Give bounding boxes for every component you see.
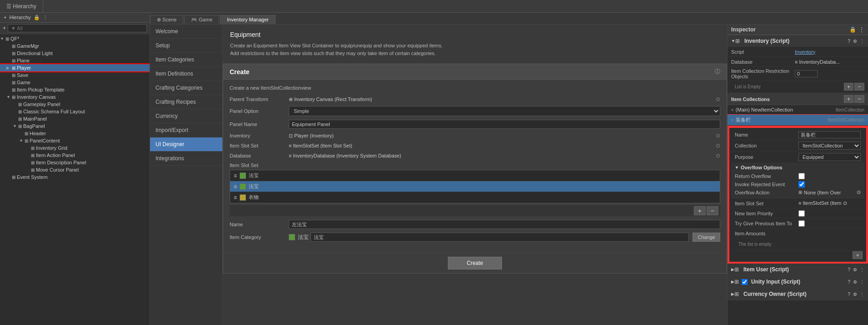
bottom-settings-1[interactable]: ⚙	[853, 279, 857, 284]
collection-item-0[interactable]: ≡(Main) NewItemCollectionItemCollection	[728, 105, 868, 115]
overflow-action-pick-icon[interactable]: ⊙	[857, 189, 861, 195]
menu-icon[interactable]: ⋮	[43, 15, 48, 20]
editor-tab-game[interactable]: 🎮 Game	[184, 15, 219, 24]
invoke-rejected-checkbox[interactable]	[798, 181, 805, 188]
tree-item-bagpanel[interactable]: ▼⊞BagPanel	[0, 122, 150, 130]
tree-item-itemaction[interactable]: ⊞Item Action Panel	[0, 152, 150, 159]
tree-item-gamemgr[interactable]: ⊞GameMgr	[0, 42, 150, 50]
left-nav-item-itemcategories[interactable]: Item Categories	[150, 53, 222, 67]
hierarchy-header: + Hierarchy 🔒 ⋮	[0, 13, 150, 23]
left-nav-item-setup[interactable]: Setup	[150, 39, 222, 53]
change-button[interactable]: Change	[692, 233, 720, 242]
tree-item-itempickup[interactable]: ⊞Item Pickup Template	[0, 86, 150, 93]
name-field-input[interactable]	[289, 220, 720, 229]
bottom-more-1[interactable]: ⋮	[860, 279, 864, 284]
hierarchy-tab[interactable]: ☰ Hierarchy	[0, 0, 43, 12]
database-icon[interactable]: ⊙	[716, 152, 720, 159]
panel-option-select[interactable]: Simple	[289, 106, 720, 116]
bottom-help-2[interactable]: ?	[848, 292, 850, 297]
item-slot-set-row: Item Slot Set ≡ ItemSlotSet (Item Slot S…	[230, 142, 720, 149]
tree-item-itemdescription[interactable]: ⊞Item Description Panel	[0, 159, 150, 166]
parent-transform-icon[interactable]: ⊙	[716, 96, 720, 102]
database-text: ≡ InventoryDatabase (Inventory System Da…	[289, 153, 401, 158]
dialog-info-icon[interactable]: ⓘ	[715, 68, 720, 76]
left-nav-item-welcome[interactable]: Welcome	[150, 25, 222, 39]
detail-name-input[interactable]	[798, 131, 861, 138]
bottom-icon-0: ⊞	[734, 266, 739, 273]
item-category-input[interactable]	[311, 233, 689, 242]
editor-tab-scene[interactable]: ⊕ Scene	[150, 15, 183, 24]
restriction-input[interactable]	[795, 70, 818, 77]
bottom-more-2[interactable]: ⋮	[860, 292, 864, 297]
left-nav-item-uidesigner[interactable]: UI Designer	[150, 137, 222, 152]
tree-item-game[interactable]: ⊞Game	[0, 79, 150, 86]
bottom-section-header-0[interactable]: ▶ ⊞ Item User (Script) ? ⚙ ⋮	[728, 264, 868, 275]
collection-remove-btn[interactable]: −	[854, 95, 864, 103]
bottom-settings-2[interactable]: ⚙	[853, 292, 857, 297]
list-remove-insp[interactable]: −	[854, 83, 864, 91]
script-help-icon[interactable]: ?	[848, 39, 850, 44]
tree-item-mainpanel[interactable]: ⊞MainPanel	[0, 115, 150, 122]
collection-item-1[interactable]: ≡装备栏ItemSlotCollection	[728, 115, 868, 126]
list-add-insp[interactable]: +	[844, 83, 854, 91]
slot-row-0[interactable]: ≡法宝	[230, 170, 720, 181]
return-overflow-checkbox[interactable]	[798, 173, 805, 179]
tree-item-movecursor[interactable]: ⊞Move Cursor Panel	[0, 166, 150, 173]
left-nav-item-integrations[interactable]: Integrations	[150, 152, 222, 166]
editor-tab-inventorymanager[interactable]: Inventory Manager	[220, 15, 276, 24]
bottom-check-1[interactable]	[742, 279, 748, 285]
left-nav-item-currency[interactable]: Currency	[150, 109, 222, 123]
bottom-section-header-2[interactable]: ▶ ⊞ Currency Owner (Script) ? ⚙ ⋮	[728, 288, 868, 300]
script-settings-icon[interactable]: ⚙	[853, 39, 857, 44]
tree-item-header[interactable]: ⊞Header	[0, 130, 150, 137]
tree-icon-bagpanel: ⊞	[18, 124, 22, 129]
bottom-help-1[interactable]: ?	[848, 279, 850, 284]
panel-name-input[interactable]	[289, 120, 720, 129]
list-remove-btn[interactable]: −	[707, 206, 718, 215]
add-insp-btn[interactable]: +	[853, 251, 863, 259]
item-slot-set-icon[interactable]: ⊙	[716, 142, 720, 149]
detail-purpose-select[interactable]: Equipped	[798, 153, 861, 161]
detail-collection-select[interactable]: ItemSlotCollection	[798, 142, 861, 150]
tree-item-inventorygrid[interactable]: ⊞Inventory Grid	[0, 144, 150, 152]
try-give-checkbox[interactable]	[798, 220, 805, 227]
tree-item-save[interactable]: ⊞Save	[0, 71, 150, 79]
tree-item-directional[interactable]: ⊞Directional Light	[0, 50, 150, 57]
tree-item-inventorycanvas[interactable]: ▼⊞Inventory Canvas	[0, 93, 150, 101]
inventory-icon[interactable]: ⊙	[716, 132, 720, 139]
tree-item-plane[interactable]: ⊞Plane	[0, 57, 150, 64]
overflow-title[interactable]: ▼ Overflow Options	[735, 165, 861, 170]
lock-icon-inspector[interactable]: 🔒	[849, 26, 856, 33]
inventory-row: Inventory ⊡ Player (Inventory) ⊙	[230, 132, 720, 139]
tree-item-gameplay[interactable]: ⊞Gameplay Panel	[0, 101, 150, 108]
list-add-btn[interactable]: +	[694, 206, 706, 215]
tree-item-panelcontent[interactable]: ▼⊞PanelContent	[0, 137, 150, 144]
hierarchy-search-input[interactable]	[8, 24, 147, 32]
bottom-settings-0[interactable]: ⚙	[853, 267, 857, 272]
left-nav-item-craftingrecipes[interactable]: Crafting Recipes	[150, 95, 222, 109]
bottom-help-0[interactable]: ?	[848, 267, 850, 272]
more-icon-inspector[interactable]: ⋮	[859, 26, 864, 33]
left-nav-item-import/export[interactable]: Import/Export	[150, 123, 222, 137]
script-section-header[interactable]: ▼ ⊞ Inventory (Script) ? ⚙ ⋮	[728, 35, 868, 47]
bottom-section-header-1[interactable]: ▶ ⊞ Unity Input (Script) ? ⚙ ⋮	[728, 276, 868, 288]
slot-row-1[interactable]: ≡法宝	[230, 181, 720, 192]
script-more-icon[interactable]: ⋮	[860, 39, 864, 44]
left-nav-item-craftingcategories[interactable]: Crafting Categories	[150, 81, 222, 95]
create-subtitle: Create a new ItemSlotCollectionview	[230, 85, 720, 91]
new-item-priority-checkbox[interactable]	[798, 210, 805, 217]
slot-row-2[interactable]: ≡衣物	[230, 192, 720, 203]
tree-item-eventsystem[interactable]: ⊞Event System	[0, 173, 150, 181]
create-button[interactable]: Create	[448, 257, 502, 269]
tree-item-classic[interactable]: ⊞Classic Schema Full Layout	[0, 108, 150, 115]
collection-add-btn[interactable]: +	[844, 95, 854, 103]
tree-label-plane: Plane	[17, 58, 30, 63]
bottom-more-0[interactable]: ⋮	[860, 267, 864, 272]
tree-item-qf[interactable]: ▼⊞QF*	[0, 35, 150, 42]
overflow-title-text: Overflow Options	[741, 165, 783, 170]
lock-icon[interactable]: 🔒	[34, 15, 40, 20]
tree-item-player[interactable]: ▶⊞Player	[0, 64, 150, 71]
left-nav-item-itemdefinitions[interactable]: Item Definitions	[150, 67, 222, 81]
script-link[interactable]: Inventory	[795, 49, 815, 55]
add-icon[interactable]: +	[4, 15, 6, 20]
